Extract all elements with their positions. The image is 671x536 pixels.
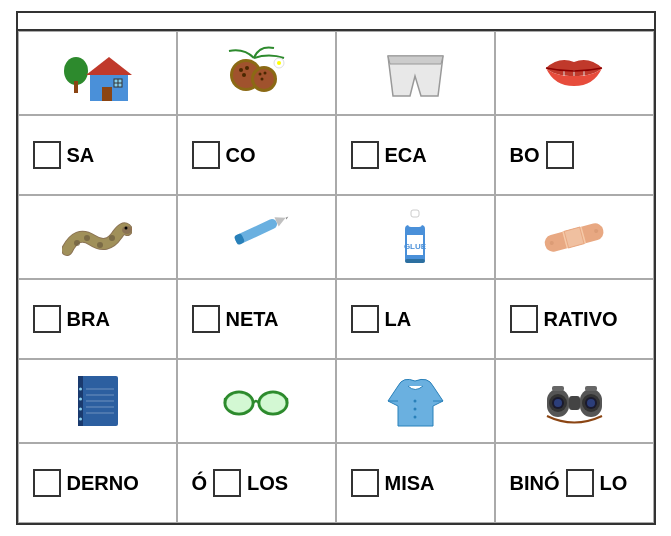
svg-point-54	[79, 408, 82, 411]
text-cell-5-3: BINÓLO	[495, 443, 654, 523]
word-text: SA	[67, 144, 95, 167]
svg-point-25	[84, 235, 90, 241]
word-text-before: BINÓ	[510, 472, 560, 495]
word-text-after: LOS	[247, 472, 288, 495]
blank-box	[546, 141, 574, 169]
word-group-5-1: ÓLOS	[184, 469, 329, 497]
text-cell-5-1: ÓLOS	[177, 443, 336, 523]
text-cell-1-0: SA	[18, 115, 177, 195]
svg-point-53	[79, 398, 82, 401]
svg-text:GLUE: GLUE	[404, 242, 427, 251]
icon-lips	[502, 38, 647, 108]
image-cell-2-1	[177, 195, 336, 279]
image-cell-0-0	[18, 31, 177, 115]
svg-rect-39	[405, 259, 425, 263]
word-group-3-3: RATIVO	[502, 305, 647, 333]
svg-rect-75	[569, 396, 580, 410]
text-cell-3-3: RATIVO	[495, 279, 654, 359]
svg-point-16	[263, 72, 266, 75]
svg-point-65	[413, 408, 416, 411]
image-cell-4-2	[336, 359, 495, 443]
svg-point-64	[413, 400, 416, 403]
blank-box	[351, 141, 379, 169]
icon-binoculars	[502, 366, 647, 436]
text-cell-1-3: BO	[495, 115, 654, 195]
svg-point-17	[260, 78, 263, 81]
word-text: LA	[385, 308, 412, 331]
blank-box	[33, 141, 61, 169]
svg-point-55	[79, 418, 82, 421]
text-cell-1-1: CO	[177, 115, 336, 195]
blank-box	[33, 469, 61, 497]
svg-point-59	[260, 393, 286, 413]
svg-rect-38	[411, 210, 419, 217]
word-group-1-3: BO	[502, 141, 647, 169]
text-cell-1-2: ECA	[336, 115, 495, 195]
word-text: CO	[226, 144, 256, 167]
word-group-1-0: SA	[25, 141, 170, 169]
icon-underpants	[343, 38, 488, 108]
svg-point-27	[109, 235, 115, 241]
svg-point-15	[258, 73, 261, 76]
icon-house	[25, 38, 170, 108]
grid: SACOECABO GLUE	[18, 31, 654, 523]
text-cell-3-0: BRA	[18, 279, 177, 359]
text-cell-5-2: MISA	[336, 443, 495, 523]
word-text: MISA	[385, 472, 435, 495]
svg-marker-33	[286, 216, 290, 219]
word-group-5-0: DERNO	[25, 469, 170, 497]
word-text-after: LO	[600, 472, 628, 495]
image-cell-4-0	[18, 359, 177, 443]
icon-snake	[25, 202, 170, 272]
svg-point-12	[242, 73, 246, 77]
image-cell-4-3	[495, 359, 654, 443]
svg-point-11	[245, 66, 249, 70]
svg-point-74	[587, 399, 595, 407]
svg-rect-76	[552, 386, 564, 391]
image-cell-0-3	[495, 31, 654, 115]
svg-rect-1	[74, 81, 78, 93]
svg-point-19	[277, 61, 281, 65]
blank-box	[351, 305, 379, 333]
blank-box	[510, 305, 538, 333]
svg-point-52	[79, 388, 82, 391]
image-cell-4-1	[177, 359, 336, 443]
image-cell-2-2: GLUE	[336, 195, 495, 279]
svg-marker-3	[86, 57, 132, 75]
svg-point-26	[97, 242, 103, 248]
word-group-3-1: NETA	[184, 305, 329, 333]
image-cell-0-1	[177, 31, 336, 115]
word-text: NETA	[226, 308, 279, 331]
blank-box	[213, 469, 241, 497]
svg-rect-4	[102, 87, 112, 101]
svg-rect-77	[585, 386, 597, 391]
word-group-5-2: MISA	[343, 469, 488, 497]
word-text: DERNO	[67, 472, 139, 495]
icon-glasses	[184, 366, 329, 436]
svg-point-70	[554, 399, 562, 407]
text-cell-5-0: DERNO	[18, 443, 177, 523]
icon-bandaid	[502, 202, 647, 272]
blank-box	[33, 305, 61, 333]
icon-coconut	[184, 38, 329, 108]
svg-point-66	[413, 416, 416, 419]
image-cell-2-3	[495, 195, 654, 279]
svg-point-24	[74, 240, 80, 246]
image-cell-0-2	[336, 31, 495, 115]
icon-glue: GLUE	[343, 202, 488, 272]
blank-box	[192, 141, 220, 169]
text-cell-3-2: LA	[336, 279, 495, 359]
main-container: SACOECABO GLUE	[16, 11, 656, 525]
word-text-before: BO	[510, 144, 540, 167]
word-group-3-2: LA	[343, 305, 488, 333]
svg-point-57	[226, 393, 252, 413]
icon-shirt	[343, 366, 488, 436]
word-text-before: Ó	[192, 472, 208, 495]
word-group-1-1: CO	[184, 141, 329, 169]
image-cell-2-0	[18, 195, 177, 279]
word-text: BRA	[67, 308, 110, 331]
blank-box	[351, 469, 379, 497]
icon-notebook	[25, 366, 170, 436]
word-text: ECA	[385, 144, 427, 167]
svg-point-29	[125, 226, 128, 229]
